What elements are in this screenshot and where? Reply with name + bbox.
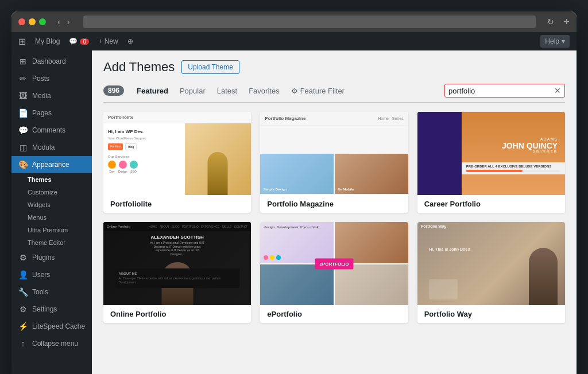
users-icon: 👤 [18, 270, 28, 279]
sidebar-sub-widgets[interactable]: Widgets [11, 198, 92, 211]
theme-name-career-portfolio: Career Portfolio [417, 195, 565, 213]
filter-tab-latest[interactable]: Latest [211, 84, 243, 98]
page-header: Add Themes Upload Theme [103, 60, 565, 75]
sidebar-item-media[interactable]: 🖼 Media [11, 87, 92, 104]
sidebar-sub-themes[interactable]: Themes [11, 173, 92, 186]
themes-grid: Portfoliolite Hi, I am WP Dev. Your Word… [103, 112, 565, 323]
sidebar-label-posts: Posts [32, 75, 49, 83]
search-clear-icon[interactable]: ✕ [554, 86, 561, 95]
nav-arrows: ‹ › [55, 17, 72, 26]
theme-card-portfoliolite[interactable]: Portfoliolite Hi, I am WP Dev. Your Word… [103, 112, 251, 213]
sidebar-sub-theme-editor[interactable]: Theme Editor [11, 236, 92, 249]
wp-logo[interactable]: ⊞ [18, 36, 26, 47]
minimize-btn[interactable] [29, 18, 36, 25]
window-controls [18, 18, 46, 25]
address-bar[interactable] [83, 15, 536, 28]
browser-window: ‹ › ↻ + ⊞ My Blog 💬 0 + New ⊕ Help ▾ [11, 11, 577, 374]
filter-bar: 896 Featured Popular Latest Favorites ⚙ … [103, 84, 565, 103]
reload-button[interactable]: ↻ [547, 17, 554, 26]
theme-card-eportfolio[interactable]: design. Development. If you think... [260, 222, 408, 323]
theme-thumbnail-career-portfolio: ADAMS JOHN QUINCY SWIMMER PRE-ORDER ALL … [417, 112, 565, 195]
theme-thumbnail-online-portfolio: Online Portfolio HOME ABOUT BLOG PORTFOL… [103, 222, 251, 305]
new-tab-button[interactable]: + [563, 17, 570, 27]
pages-icon: 📄 [18, 108, 28, 118]
feature-filter-btn[interactable]: ⚙ Feature Filter [285, 84, 350, 98]
sidebar-label-pages: Pages [32, 109, 52, 117]
customize-link[interactable]: ⊕ [127, 37, 133, 45]
wp-admin-bar: ⊞ My Blog 💬 0 + New ⊕ Help ▾ [11, 32, 577, 50]
theme-thumbnail-eportfolio: design. Development. If you think... [260, 222, 408, 305]
theme-count-badge: 896 [103, 85, 124, 96]
sidebar-label-litespeed: LiteSpeed Cache [32, 322, 85, 330]
theme-card-portfolio-way[interactable]: Portfolio Way Hi, This is John Doe!! Por… [417, 222, 565, 323]
sidebar-label-media: Media [32, 92, 51, 100]
sidebar-item-appearance[interactable]: 🎨 Appearance [11, 156, 92, 173]
sidebar-sub-ultra-premium[interactable]: Ultra Premium [11, 224, 92, 236]
theme-name-portfolio-way: Portfolio Way [417, 305, 565, 323]
my-blog-link[interactable]: My Blog [35, 37, 60, 45]
sidebar-label-modula: Modula [32, 143, 55, 151]
sidebar-item-collapse[interactable]: ↑ Collapse menu [11, 335, 92, 352]
theme-search-box[interactable]: ✕ [444, 84, 565, 98]
collapse-icon: ↑ [18, 339, 28, 348]
sidebar-sub-menus[interactable]: Menus [11, 211, 92, 224]
comments-link[interactable]: 💬 0 [69, 37, 89, 45]
sidebar-item-litespeed[interactable]: ⚡ LiteSpeed Cache [11, 318, 92, 335]
comment-icon: 💬 [69, 37, 78, 45]
sidebar-label-users: Users [32, 271, 50, 279]
theme-card-career-portfolio[interactable]: ADAMS JOHN QUINCY SWIMMER PRE-ORDER ALL … [417, 112, 565, 213]
comments-icon: 💬 [18, 126, 28, 135]
comment-count: 0 [80, 38, 89, 45]
sidebar-label-collapse: Collapse menu [32, 340, 78, 348]
sidebar-label-settings: Settings [32, 305, 57, 313]
new-content-link[interactable]: + New [98, 37, 118, 45]
theme-name-portfolio-magazine: Portfolio Magazine [260, 195, 408, 213]
sidebar-sub-customize[interactable]: Customize [11, 186, 92, 198]
filter-tab-favorites[interactable]: Favorites [243, 84, 285, 98]
theme-name-portfoliolite: Portfoliolite [103, 195, 251, 213]
filter-tab-popular[interactable]: Popular [174, 84, 211, 98]
help-arrow-icon: ▾ [562, 37, 565, 45]
theme-name-eportfolio: ePortfolio [260, 305, 408, 323]
theme-card-online-portfolio[interactable]: Online Portfolio HOME ABOUT BLOG PORTFOL… [103, 222, 251, 323]
sidebar-item-comments[interactable]: 💬 Comments [11, 122, 92, 139]
theme-thumbnail-portfoliolite: Portfoliolite Hi, I am WP Dev. Your Word… [103, 112, 251, 195]
page-title: Add Themes [103, 60, 175, 75]
appearance-icon: 🎨 [18, 160, 28, 169]
my-blog-label: My Blog [35, 37, 60, 45]
sidebar-label-plugins: Plugins [32, 254, 55, 262]
theme-name-online-portfolio: Online Portfolio [103, 305, 251, 323]
litespeed-icon: ⚡ [18, 322, 28, 331]
sidebar-label-comments: Comments [32, 126, 65, 134]
sidebar-item-dashboard[interactable]: ⊞ Dashboard [11, 53, 92, 70]
upload-theme-button[interactable]: Upload Theme [181, 60, 239, 74]
theme-thumbnail-portfolio-way: Portfolio Way Hi, This is John Doe!! [417, 222, 565, 305]
sidebar-item-users[interactable]: 👤 Users [11, 266, 92, 283]
tools-icon: 🔧 [18, 287, 28, 297]
sidebar-item-settings[interactable]: ⚙ Settings [11, 301, 92, 318]
sidebar-label-appearance: Appearance [32, 161, 69, 169]
theme-thumbnail-portfolio-magazine: Portfolio Magazine Home Series Simple De… [260, 112, 408, 195]
posts-icon: ✏ [18, 74, 28, 83]
filter-tab-featured[interactable]: Featured [131, 84, 174, 98]
sidebar-item-posts[interactable]: ✏ Posts [11, 70, 92, 87]
sidebar-item-plugins[interactable]: ⚙ Plugins [11, 249, 92, 266]
main-layout: ⊞ Dashboard ✏ Posts 🖼 Media 📄 Pages 💬 Co… [11, 50, 577, 374]
help-button[interactable]: Help ▾ [540, 35, 570, 48]
content-area: Add Themes Upload Theme 896 Featured Pop… [92, 50, 577, 374]
plugins-icon: ⚙ [18, 253, 28, 262]
sidebar-item-modula[interactable]: ◫ Modula [11, 139, 92, 156]
filter-gear-icon: ⚙ [291, 87, 298, 95]
sidebar-item-tools[interactable]: 🔧 Tools [11, 283, 92, 301]
sidebar-item-pages[interactable]: 📄 Pages [11, 104, 92, 122]
close-btn[interactable] [18, 18, 25, 25]
back-arrow[interactable]: ‹ [55, 17, 63, 26]
sidebar-label-tools: Tools [32, 288, 48, 296]
maximize-btn[interactable] [39, 18, 46, 25]
settings-icon: ⚙ [18, 305, 28, 314]
media-icon: 🖼 [18, 91, 28, 100]
dashboard-icon: ⊞ [18, 57, 28, 66]
search-input[interactable] [448, 87, 552, 95]
theme-card-portfolio-magazine[interactable]: Portfolio Magazine Home Series Simple De… [260, 112, 408, 213]
forward-arrow[interactable]: › [65, 17, 72, 26]
